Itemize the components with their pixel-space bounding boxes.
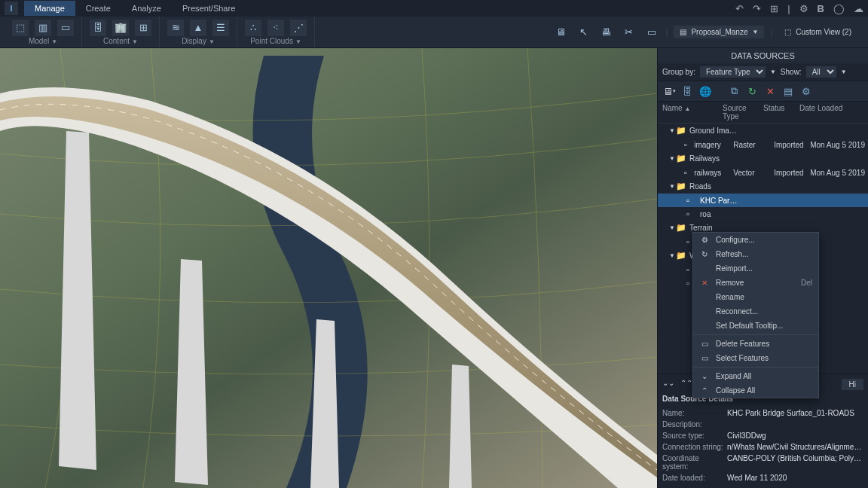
menu-setdefaulttooltip[interactable]: Set Default Tooltip... xyxy=(693,319,818,333)
list-icon[interactable]: ☰ xyxy=(212,20,229,36)
tab-manage[interactable]: Manage xyxy=(24,1,75,16)
menu-item-icon: ▭ xyxy=(699,354,710,362)
undo-icon[interactable]: ↶ xyxy=(735,3,744,14)
group-by-select[interactable]: Feature Type xyxy=(700,66,766,78)
detail-label: Date loaded: xyxy=(662,474,727,482)
note-icon[interactable]: ▭ xyxy=(643,24,660,41)
item-name: Terrain xyxy=(689,224,739,232)
grid3-icon[interactable]: ⊞ xyxy=(135,20,151,36)
col-date[interactable]: Date Loaded xyxy=(799,104,863,120)
folder-icon: 📁 xyxy=(676,181,686,191)
cloud-icon[interactable]: ☁ xyxy=(854,3,863,14)
detail-row: Description: xyxy=(662,419,863,430)
print-icon[interactable]: 🖶 xyxy=(598,24,615,41)
item-date xyxy=(816,224,865,232)
custom-view-dropdown[interactable]: ⬚ Custom View (2) xyxy=(778,26,857,38)
chevron-down-icon: ▼ xyxy=(841,69,847,75)
tree-folder[interactable]: ▼📁Railways xyxy=(658,151,868,166)
monitor-icon[interactable]: 🖥 xyxy=(553,24,570,41)
proposal-label: Proposal_Manze xyxy=(691,28,747,36)
menu-collapseall[interactable]: ⌃Collapse All xyxy=(693,383,818,398)
scatter-icon[interactable]: ⋰ xyxy=(290,20,307,36)
menu-item-label: Remove xyxy=(716,279,744,287)
detail-label: Connection string: xyxy=(662,443,727,451)
grid-icon[interactable]: ⊞ xyxy=(770,3,778,14)
folder-icon: 📁 xyxy=(676,154,686,163)
context-menu: ⚙Configure...↻Refresh...Reimport...✕Remo… xyxy=(692,232,819,398)
chevron-down-icon: ▼ xyxy=(752,29,758,35)
points-icon[interactable]: ⁖ xyxy=(267,20,284,36)
refresh-icon[interactable]: ◯ xyxy=(833,3,845,14)
group-label[interactable]: Point Clouds▼ xyxy=(245,37,307,46)
monitor-dd-icon[interactable]: 🖥▾ xyxy=(662,84,676,98)
menu-reconnect[interactable]: Reconnect... xyxy=(693,304,818,319)
globe-icon[interactable]: 🌐 xyxy=(698,84,712,98)
db-icon[interactable]: 🗄 xyxy=(680,84,694,98)
db-icon[interactable]: 🗄 xyxy=(90,20,106,36)
building-icon[interactable]: 🏢 xyxy=(112,20,129,36)
proposal-dropdown[interactable]: ▤ Proposal_Manze ▼ xyxy=(674,26,764,38)
cut-icon[interactable]: ✂ xyxy=(621,24,637,41)
tree-item[interactable]: ▫imageryRasterImportedMon Aug 5 2019 xyxy=(658,138,868,151)
tree-item[interactable]: ▫KHC Park Bridge Surface_01 xyxy=(658,194,868,207)
tab-create[interactable]: Create xyxy=(75,1,121,16)
file-icon: ▫ xyxy=(684,168,691,177)
folder-icon: 📁 xyxy=(676,126,686,136)
col-status[interactable]: Status xyxy=(763,104,799,120)
clip-icon[interactable]: ▭ xyxy=(57,20,74,36)
ds-toolbar: 🖥▾ 🗄 🌐 ⧉ ↻ ✕ ▤ ⚙ xyxy=(658,81,868,102)
cursor-icon[interactable]: ↖ xyxy=(576,24,592,41)
ribbon-group-content: 🗄🏢⊞Content▼ xyxy=(82,17,160,47)
ribbon-right: 🖥 ↖ 🖶 ✂ ▭ | ▤ Proposal_Manze ▼ | ⬚ Custo… xyxy=(553,17,863,47)
tree-item[interactable]: ▫roa xyxy=(658,207,868,221)
group-label[interactable]: Display▼ xyxy=(167,37,229,46)
item-status xyxy=(780,224,816,232)
config-icon[interactable]: ⚙ xyxy=(799,84,813,98)
layers-icon[interactable]: ≋ xyxy=(167,20,184,36)
item-type xyxy=(739,224,780,232)
collapse-down-icon[interactable]: ⌄⌄ xyxy=(662,379,674,390)
menu-item-label: Rename xyxy=(716,293,744,301)
menu-rename[interactable]: Rename xyxy=(693,290,818,304)
col-type[interactable]: Source Type xyxy=(723,104,763,120)
menu-selectfeatures[interactable]: ▭Select Features xyxy=(693,351,818,365)
cloud-icon[interactable]: ∴ xyxy=(245,20,261,36)
ribbon-group-display: ≋▲☰Display▼ xyxy=(160,17,237,47)
hide-button[interactable]: Hi xyxy=(842,379,863,390)
copy-icon[interactable]: ⧉ xyxy=(727,84,741,98)
group-label[interactable]: Model▼ xyxy=(12,37,74,46)
collapse-up-icon[interactable]: ⌃⌃ xyxy=(680,379,692,390)
tree-folder[interactable]: ▼📁Ground Imagery xyxy=(658,124,868,138)
layer-icon[interactable]: ▤ xyxy=(781,84,795,98)
gear-icon[interactable]: ⚙ xyxy=(799,3,808,14)
detail-row: Coordinate system:CANBC-POLY (British Co… xyxy=(662,453,863,472)
tab-presentshare[interactable]: Present/Share xyxy=(172,1,246,16)
item-date: Mon Aug 5 2019 xyxy=(810,141,865,149)
tree-item[interactable]: ▫railwaysVectorImportedMon Aug 5 2019 xyxy=(658,166,868,179)
3d-viewport[interactable] xyxy=(0,48,657,488)
menu-remove[interactable]: ✕RemoveDel xyxy=(693,276,818,290)
menu-expandall[interactable]: ⌄Expand All xyxy=(693,369,818,383)
menu-configure[interactable]: ⚙Configure... xyxy=(693,233,818,247)
group-label[interactable]: Content▼ xyxy=(90,37,151,46)
detail-row: Date loaded:Wed Mar 11 2020 xyxy=(662,472,863,483)
tree-folder[interactable]: ▼📁Roads xyxy=(658,179,868,194)
model-icon[interactable]: ⬚ xyxy=(12,20,29,36)
col-name[interactable]: Name ▲ xyxy=(662,104,723,120)
show-select[interactable]: All xyxy=(806,66,836,78)
redo-icon[interactable]: ↷ xyxy=(753,3,761,14)
ribbon-group-model: ⬚▥▭Model▼ xyxy=(5,17,82,47)
caret-icon: ▼ xyxy=(668,183,676,190)
menu-refresh[interactable]: ↻Refresh... xyxy=(693,247,818,261)
layer-icon[interactable]: ▥ xyxy=(35,20,51,36)
show-label: Show: xyxy=(781,68,802,76)
refresh-icon[interactable]: ↻ xyxy=(745,84,759,98)
tab-analyze[interactable]: Analyze xyxy=(121,1,172,16)
doc-icon: ▤ xyxy=(680,28,686,36)
menu-reimport[interactable]: Reimport... xyxy=(693,261,818,276)
menu-deletefeatures[interactable]: ▭Delete Features xyxy=(693,337,818,351)
delete-icon[interactable]: ✕ xyxy=(763,84,777,98)
terrain-icon[interactable]: ▲ xyxy=(190,20,206,36)
bold-icon[interactable]: B xyxy=(818,3,824,14)
item-date xyxy=(816,197,865,205)
